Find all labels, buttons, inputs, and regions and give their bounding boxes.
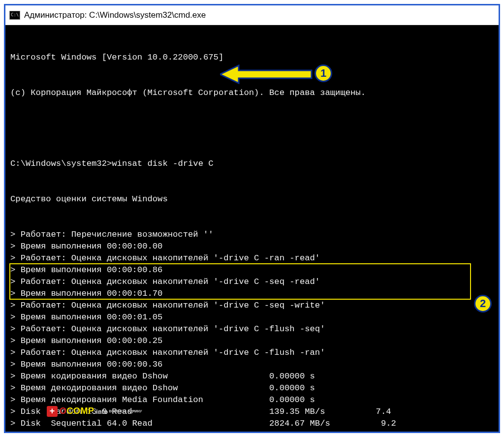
output-line: > Время кодирования видео Dshow 0.00000 … — [10, 371, 497, 382]
output-line: > Время выполнения 00:00:01.70 — [10, 288, 497, 300]
output-line: > Работает: Оценка дисковых накопителей … — [10, 276, 497, 288]
prompt: C:\Windows\system32> — [10, 159, 112, 168]
output-line: > Время выполнения 00:00:00.25 — [10, 335, 497, 347]
output-line: > Работает: Оценка дисковых накопителей … — [10, 323, 497, 335]
command-text: winsat disk -drive C — [112, 159, 213, 168]
copyright-line: (c) Корпорация Майкрософт (Microsoft Cor… — [10, 87, 497, 99]
tool-title-line: Средство оценки системы Windows — [10, 193, 497, 205]
output-line: > Время выполнения 00:00:01.05 — [10, 312, 497, 323]
cmd-icon: C:\. — [9, 11, 20, 20]
output-line: > Disk Sequential 64.0 Write 2307.95 MB/… — [10, 430, 497, 432]
badge-1: 1 — [315, 64, 332, 82]
version-line: Microsoft Windows [Version 10.0.22000.67… — [10, 52, 497, 63]
output-line: > Время декодирования Media Foundation 0… — [10, 394, 497, 406]
window-title: Администратор: C:\Windows\system32\cmd.e… — [24, 10, 206, 20]
command-line: C:\Windows\system32>winsat disk -drive C — [10, 158, 497, 170]
output-line: > Работает: Оценка дисковых накопителей … — [10, 300, 497, 312]
cmd-icon-text: C:\. — [11, 13, 22, 17]
output-line: > Время выполнения 00:00:00.00 — [10, 241, 497, 252]
output-line: > Работает: Оценка дисковых накопителей … — [10, 347, 497, 359]
output-line: > Время выполнения 00:00:00.86 — [10, 264, 497, 276]
output-line: > Работает: Оценка дисковых накопителей … — [10, 252, 497, 264]
titlebar[interactable]: C:\. Администратор: C:\Windows\system32\… — [5, 5, 499, 25]
window-frame: C:\. Администратор: C:\Windows\system32\… — [4, 4, 500, 433]
svg-marker-0 — [220, 65, 312, 83]
output-lines: > Работает: Перечисление возможностей ''… — [10, 229, 497, 432]
terminal-body[interactable]: Microsoft Windows [Version 10.0.22000.67… — [5, 25, 499, 432]
output-line: > Работает: Перечисление возможностей '' — [10, 229, 497, 241]
blank-line — [10, 123, 497, 134]
badge-1-text: 1 — [320, 67, 326, 79]
output-line: > Disk Random 16.0 Read 139.35 MB/s 7.4 — [10, 406, 497, 418]
output-line: > Время декодирования видео Dshow 0.0000… — [10, 382, 497, 394]
arrow-annotation-1 — [220, 64, 314, 84]
output-line: > Время выполнения 00:00:00.36 — [10, 359, 497, 371]
output-line: > Disk Sequential 64.0 Read 2824.67 MB/s… — [10, 418, 497, 430]
